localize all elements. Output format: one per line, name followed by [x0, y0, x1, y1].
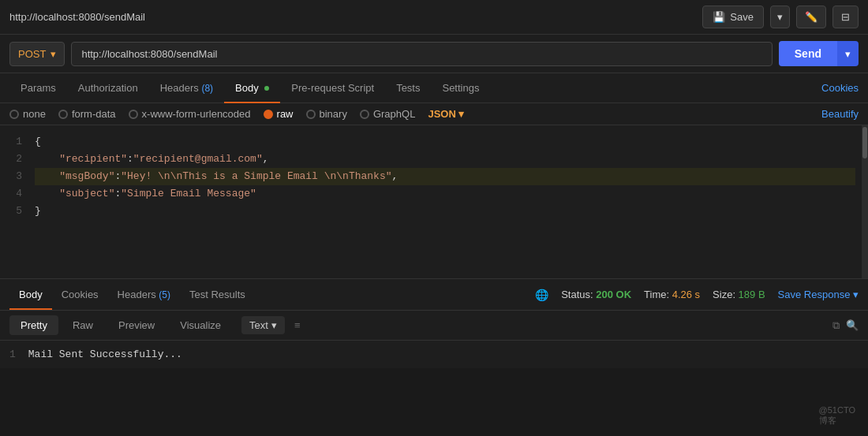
size-label: Size: 189 B	[713, 289, 765, 300]
code-line-2: "recipient":"recipient@gmail.com",	[35, 151, 855, 168]
status-label: Status: 200 OK	[561, 289, 631, 300]
option-urlencoded[interactable]: x-www-form-urlencoded	[129, 108, 251, 120]
body-options-bar: none form-data x-www-form-urlencoded raw…	[0, 103, 868, 125]
code-editor: 1 2 3 4 5 { "recipient":"recipient@gmail…	[0, 125, 868, 279]
response-section: Body Cookies Headers (5) Test Results 🌐 …	[0, 279, 868, 368]
option-raw[interactable]: raw	[264, 108, 294, 120]
line-num-2: 2	[9, 151, 22, 168]
watermark: @51CTO博客	[819, 405, 855, 427]
tab-settings[interactable]: Settings	[431, 74, 490, 103]
tab-tests[interactable]: Tests	[385, 74, 431, 103]
send-chevron-button[interactable]: ▾	[837, 41, 859, 66]
radio-raw	[264, 110, 273, 119]
radio-binary	[306, 110, 316, 119]
tab-authorization[interactable]: Authorization	[67, 74, 149, 103]
radio-urlencoded	[129, 110, 138, 119]
window-title: http://localhost:8080/sendMail	[9, 11, 145, 23]
json-format-label[interactable]: JSON ▾	[428, 108, 464, 120]
cookies-link[interactable]: Cookies	[821, 82, 859, 94]
method-label: POST	[18, 48, 46, 60]
title-bar-actions: 💾 Save ▾ ✏️ ⊟	[702, 6, 859, 28]
editor-scrollbar[interactable]	[862, 125, 868, 278]
request-tabs-bar: Params Authorization Headers (8) Body Pr…	[0, 73, 868, 103]
save-chevron-button[interactable]: ▾	[770, 6, 790, 28]
editor-inner: 1 2 3 4 5 { "recipient":"recipient@gmail…	[0, 125, 868, 278]
method-select[interactable]: POST ▾	[9, 42, 65, 66]
text-label: Text	[249, 319, 268, 331]
time-value: 4.26 s	[672, 289, 700, 300]
radio-form-data	[58, 110, 68, 119]
format-raw-button[interactable]: Raw	[62, 315, 104, 335]
option-form-data[interactable]: form-data	[58, 108, 116, 120]
url-bar: POST ▾ Send ▾	[0, 35, 868, 73]
title-bar: http://localhost:8080/sendMail 💾 Save ▾ …	[0, 0, 868, 35]
save-icon: 💾	[713, 11, 725, 23]
headers-badge: (8)	[201, 83, 213, 94]
line-num-3: 3	[9, 168, 22, 185]
response-body: 1 Mail Sent Successfully...	[0, 341, 868, 368]
format-visualize-button[interactable]: Visualize	[169, 315, 232, 335]
response-tab-cookies[interactable]: Cookies	[52, 281, 108, 310]
method-chevron-icon: ▾	[51, 48, 56, 60]
save-button[interactable]: 💾 Save	[702, 6, 764, 28]
response-line-number: 1	[9, 348, 16, 360]
search-icon[interactable]: 🔍	[846, 319, 859, 332]
option-none[interactable]: none	[9, 108, 46, 120]
response-format-bar: Pretty Raw Preview Visualize Text ▾ ≡ ⧉ …	[0, 311, 868, 341]
scrollbar-thumb	[862, 127, 867, 158]
beautify-button[interactable]: Beautify	[821, 108, 859, 120]
text-chevron-icon: ▾	[271, 319, 277, 331]
code-line-3: "msgBody":"Hey! \n\nThis is a Simple Ema…	[35, 168, 855, 185]
status-value: 200 OK	[596, 289, 631, 300]
line-num-4: 4	[9, 185, 22, 203]
send-group: Send ▾	[779, 41, 859, 66]
code-line-4: "subject":"Simple Email Message"	[35, 185, 855, 203]
format-preview-button[interactable]: Preview	[107, 315, 166, 335]
line-numbers: 1 2 3 4 5	[0, 125, 28, 278]
tab-headers[interactable]: Headers (8)	[149, 74, 224, 103]
response-tab-test-results[interactable]: Test Results	[180, 281, 255, 310]
code-line-5: }	[35, 203, 855, 220]
response-format-right: ⧉ 🔍	[832, 319, 859, 332]
globe-icon: 🌐	[535, 289, 548, 301]
copy-icon[interactable]: ⧉	[832, 319, 840, 332]
option-binary[interactable]: binary	[306, 108, 347, 120]
url-input[interactable]	[71, 42, 772, 66]
code-body[interactable]: { "recipient":"recipient@gmail.com", "ms…	[28, 125, 862, 278]
save-response-button[interactable]: Save Response ▾	[778, 289, 859, 300]
response-body-text: Mail Sent Successfully...	[28, 348, 182, 360]
filter-icon[interactable]: ≡	[294, 319, 301, 331]
layout-icon-button[interactable]: ⊟	[832, 6, 859, 28]
response-headers-badge: (5)	[159, 289, 170, 300]
edit-icon-button[interactable]: ✏️	[796, 6, 826, 28]
time-label: Time: 4.26 s	[644, 289, 700, 300]
send-button[interactable]: Send	[779, 41, 837, 66]
body-active-dot	[264, 86, 269, 91]
tab-params[interactable]: Params	[9, 74, 67, 103]
code-line-1: {	[35, 133, 855, 151]
size-value: 189 B	[739, 289, 765, 300]
radio-none	[9, 110, 19, 119]
response-status-bar: 🌐 Status: 200 OK Time: 4.26 s Size: 189 …	[535, 289, 859, 301]
tab-pre-request-script[interactable]: Pre-request Script	[280, 74, 385, 103]
response-tab-body[interactable]: Body	[9, 281, 52, 310]
line-num-5: 5	[9, 203, 22, 220]
text-format-dropdown[interactable]: Text ▾	[241, 316, 285, 334]
response-tabs-bar: Body Cookies Headers (5) Test Results 🌐 …	[0, 279, 868, 311]
format-pretty-button[interactable]: Pretty	[9, 315, 58, 335]
option-graphql[interactable]: GraphQL	[360, 108, 415, 120]
tab-body[interactable]: Body	[224, 74, 280, 103]
response-tab-headers[interactable]: Headers (5)	[108, 281, 180, 310]
radio-graphql	[360, 110, 369, 119]
line-num-1: 1	[9, 133, 22, 151]
